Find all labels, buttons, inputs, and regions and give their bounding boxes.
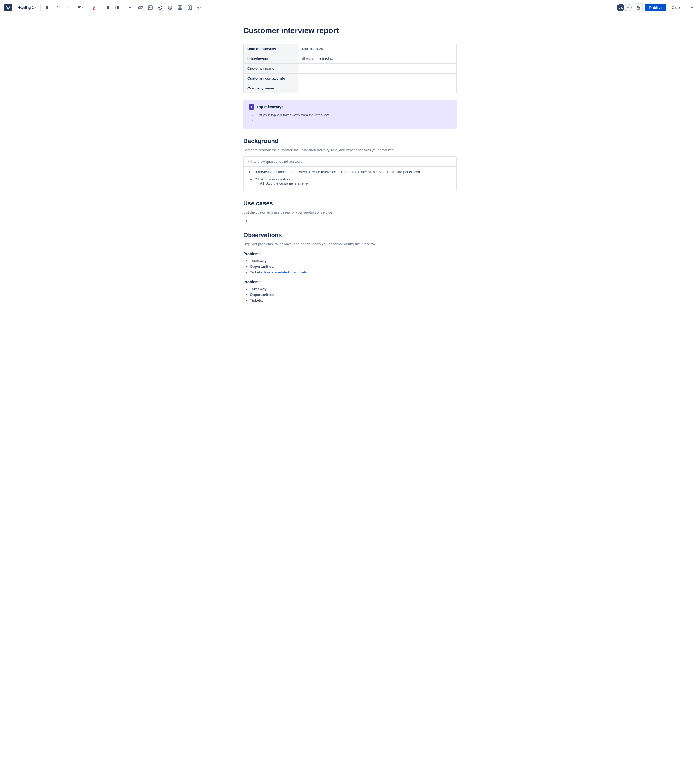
expand-content: Put interview questions and answers here… — [244, 166, 456, 191]
text-color-button[interactable]: A — [90, 3, 98, 12]
emoji-icon — [168, 5, 172, 10]
table-button[interactable] — [175, 3, 184, 12]
background-heading: Background — [243, 138, 457, 145]
task-icon — [129, 6, 133, 10]
list-item: Tickets: Paste in related Jira tickets — [250, 270, 457, 274]
callout-icon: i — [249, 104, 254, 109]
list-item: Opportunities: — [250, 293, 457, 297]
toolbar: Heading 2 ▾ B I ··· ▾ A — [0, 0, 700, 15]
table-cell-value: @mention interviewer — [298, 54, 457, 64]
svg-rect-2 — [78, 7, 80, 8]
svg-rect-11 — [117, 6, 119, 7]
info-table: Date of interviewMar 19, 2020Interviewer… — [243, 44, 457, 93]
jira-tickets-link[interactable]: Paste in related Jira tickets — [263, 270, 307, 274]
expand-chevron-icon: ▾ — [248, 160, 249, 163]
obs-list: Takeaway:Opportunities:Tickets: Paste in… — [243, 259, 457, 274]
more-insert-button[interactable]: + ▾ — [195, 3, 203, 12]
list-item: Tickets: — [250, 298, 457, 302]
align-button[interactable]: ▾ — [76, 3, 85, 12]
emoji-button[interactable] — [166, 3, 174, 12]
table-cell-value — [298, 74, 457, 84]
ordered-list-button[interactable]: 1. 2. 3. — [113, 3, 122, 12]
more-formatting-button[interactable]: ··· — [63, 3, 71, 12]
publish-button[interactable]: Publish — [645, 4, 666, 11]
svg-rect-15 — [117, 8, 119, 9]
list-item: Takeaway: — [250, 259, 457, 263]
align-chevron-icon: ▾ — [82, 6, 84, 9]
unordered-list-button[interactable] — [103, 3, 112, 12]
table-icon — [178, 5, 182, 10]
svg-rect-1 — [78, 6, 82, 6]
observations-heading: Observations — [243, 232, 457, 239]
svg-point-23 — [169, 7, 170, 7]
toolbar-right: CK + Publish Close ··· — [616, 3, 696, 12]
layout-icon — [188, 5, 192, 10]
callout-header: i Top takeaways — [249, 104, 451, 109]
callout-list: List your top 2-3 takeaways from the int… — [249, 113, 451, 123]
align-icon — [78, 6, 82, 9]
expand-list: Q1: Add your question A1: Add the custom… — [249, 177, 451, 185]
close-button[interactable]: Close — [668, 4, 685, 11]
add-collaborator-button[interactable]: + — [624, 4, 632, 11]
task-list-button[interactable] — [126, 3, 135, 12]
ordered-list-icon: 1. 2. 3. — [115, 6, 119, 9]
svg-rect-31 — [190, 6, 191, 10]
link-button[interactable] — [136, 3, 145, 12]
table-cell-value: Mar 19, 2020 — [298, 44, 457, 54]
svg-rect-13 — [117, 7, 119, 8]
table-cell-label: Customer contact info — [244, 74, 298, 84]
logo-icon — [4, 4, 12, 11]
svg-rect-30 — [188, 6, 190, 10]
expand-sublist: A1: Add the customer's answer — [254, 181, 451, 185]
observations-container: Problem:Takeaway:Opportunities:Tickets: … — [243, 252, 457, 302]
svg-point-24 — [171, 7, 171, 7]
more-options-button[interactable]: ··· — [687, 3, 696, 12]
svg-rect-9 — [107, 8, 109, 9]
svg-rect-0 — [4, 4, 12, 11]
mention-button[interactable] — [156, 3, 165, 12]
svg-point-4 — [106, 6, 106, 7]
table-row: Date of interviewMar 19, 2020 — [244, 44, 457, 54]
table-cell-value — [298, 84, 457, 93]
expand-title: Interview questions and answers — [251, 159, 303, 164]
problem-block: Problem:Takeaway:Opportunities:Tickets: — [243, 280, 457, 302]
problem-label: Problem: — [243, 252, 457, 256]
problem-block: Problem:Takeaway:Opportunities:Tickets: … — [243, 252, 457, 274]
table-row: Customer contact info — [244, 74, 457, 84]
svg-rect-25 — [178, 6, 182, 10]
lock-button[interactable] — [634, 3, 642, 12]
bold-button[interactable]: B — [43, 3, 51, 12]
observations-description: Highlight problems, takeaways, and oppor… — [243, 242, 457, 246]
obs-list: Takeaway:Opportunities:Tickets: — [243, 287, 457, 302]
link-icon — [138, 5, 143, 10]
svg-text:3.: 3. — [115, 8, 116, 9]
problem-label: Problem: — [243, 280, 457, 284]
expand-block: ▾ Interview questions and answers Put in… — [243, 156, 457, 191]
use-cases-list — [243, 219, 457, 223]
image-button[interactable] — [146, 3, 155, 12]
svg-rect-5 — [107, 6, 109, 7]
table-cell-label: Interviewers — [244, 54, 298, 64]
mention-icon — [158, 5, 163, 10]
image-icon — [148, 5, 153, 10]
layout-button[interactable] — [185, 3, 194, 12]
table-row: Company name — [244, 84, 457, 93]
heading-style-select[interactable]: Heading 2 ▾ — [15, 4, 38, 11]
callout-box: i Top takeaways List your top 2-3 takeaw… — [243, 100, 457, 129]
italic-button[interactable]: I — [53, 3, 61, 12]
list-item: List your top 2-3 takeaways from the int… — [256, 113, 451, 117]
list-item — [250, 219, 457, 223]
list-item — [256, 119, 451, 123]
svg-rect-3 — [78, 9, 82, 9]
expand-toggle[interactable]: ▾ Interview questions and answers — [244, 157, 456, 166]
more-insert-chevron-icon: ▾ — [200, 6, 201, 9]
list-item: Opportunities: — [250, 264, 457, 269]
svg-point-22 — [169, 6, 172, 9]
table-row: Customer name — [244, 64, 457, 74]
svg-point-6 — [106, 7, 106, 8]
svg-point-33 — [638, 8, 639, 8]
svg-line-17 — [140, 7, 142, 8]
avatar-group: CK + — [616, 3, 632, 12]
list-item: Takeaway: — [250, 287, 457, 291]
list-item: A1: Add the customer's answer — [260, 181, 451, 185]
